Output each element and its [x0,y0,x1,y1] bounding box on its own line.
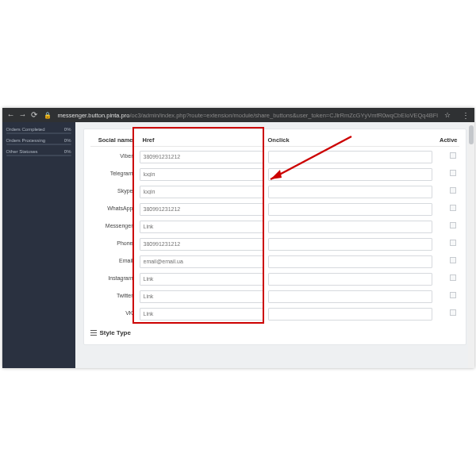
active-checkbox[interactable] [450,152,456,159]
active-checkbox[interactable] [450,187,456,194]
stat-orders-processing: Orders Processing0% [6,138,71,145]
header-href: Href [140,136,263,144]
active-checkbox[interactable] [450,240,456,246]
bookmark-icon[interactable]: ☆ [444,111,451,119]
scrollbar-thumb[interactable] [469,125,474,144]
table-row: Email [90,251,459,269]
header-active: Active [432,136,459,144]
onclick-input[interactable] [268,203,432,216]
style-type-heading: Style Type [90,329,459,336]
row-label: Telegram [90,171,140,176]
stat-orders-completed: Orders Completed0% [6,127,71,134]
href-input[interactable] [140,168,263,181]
table-row: Telegram [90,164,459,182]
onclick-input[interactable] [268,168,432,181]
admin-sidebar: Orders Completed0% Orders Processing0% O… [2,122,75,368]
vertical-scrollbar[interactable] [468,122,474,368]
table-row: Twitter [90,286,459,304]
onclick-input[interactable] [268,186,432,198]
href-input[interactable] [140,186,263,198]
row-label: Skype [90,188,140,194]
onclick-input[interactable] [268,255,432,268]
table-row: WhatsApp [90,199,459,217]
href-input[interactable] [140,151,263,163]
header-social-name: Social name [90,136,140,144]
onclick-input[interactable] [268,151,432,163]
table-row: VK [90,304,459,321]
screenshot-window: ← → ⟳ 🔒 messenger.button.pinta.pro/oc3/a… [2,108,474,368]
lock-icon: 🔒 [44,112,52,119]
row-label: Viber [90,153,140,159]
active-checkbox[interactable] [450,205,456,211]
onclick-input[interactable] [268,308,432,321]
row-label: Twitter [90,293,140,298]
onclick-input[interactable] [268,290,432,303]
stat-other-statuses: Other Statuses0% [6,149,71,156]
href-input[interactable] [140,290,263,303]
row-label: WhatsApp [90,205,140,211]
row-label: Instagram [90,275,140,281]
active-checkbox[interactable] [450,292,456,298]
reload-icon[interactable]: ⟳ [31,111,37,119]
href-input[interactable] [140,203,263,216]
row-label: VK [90,310,140,316]
row-label: Messenger [90,223,140,228]
forward-icon[interactable]: → [19,111,27,119]
active-checkbox[interactable] [450,274,456,281]
table-header-row: Social name Href Onclick Active [90,134,459,147]
onclick-input[interactable] [268,221,432,233]
back-icon[interactable]: ← [7,111,15,119]
active-checkbox[interactable] [450,170,456,176]
photo-frame: ← → ⟳ 🔒 messenger.button.pinta.pro/oc3/a… [0,0,476,476]
active-checkbox[interactable] [450,257,456,263]
href-input[interactable] [140,255,263,268]
href-input[interactable] [140,221,263,233]
table-row: Skype [90,182,459,199]
href-input[interactable] [140,238,263,251]
href-input[interactable] [140,273,263,286]
address-bar[interactable]: messenger.button.pinta.pro/oc3/admin/ind… [58,112,438,119]
menu-icon[interactable]: ⋮ [462,111,470,120]
viewport: Orders Completed0% Orders Processing0% O… [2,122,474,368]
header-onclick: Onclick [263,136,432,144]
table-row: Viber [90,147,459,164]
active-checkbox[interactable] [450,222,456,228]
onclick-input[interactable] [268,273,432,286]
social-buttons-panel: Social name Href Onclick Active ViberTel… [83,129,466,345]
browser-toolbar: ← → ⟳ 🔒 messenger.button.pinta.pro/oc3/a… [2,108,474,122]
table-row: Messenger [90,217,459,234]
row-label: Phone [90,240,140,246]
href-input[interactable] [140,308,263,321]
active-checkbox[interactable] [450,309,456,316]
onclick-input[interactable] [268,238,432,251]
table-row: Phone [90,234,459,251]
main-content: Social name Href Onclick Active ViberTel… [75,122,474,368]
table-row: Instagram [90,269,459,286]
row-label: Email [90,258,140,263]
list-icon [90,330,97,336]
